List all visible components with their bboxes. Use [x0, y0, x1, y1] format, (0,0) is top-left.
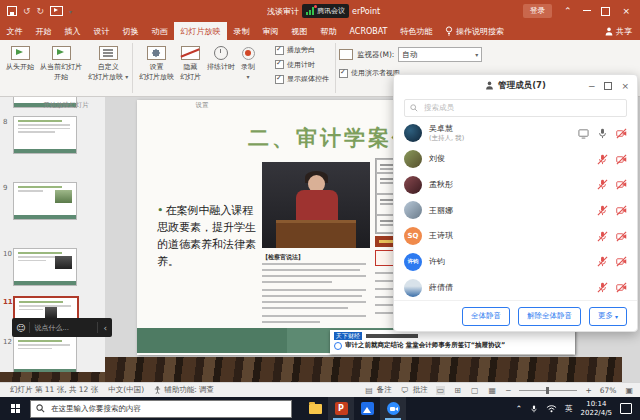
mute-all-button[interactable]: 全体静音 [462, 307, 510, 326]
accessibility-status[interactable]: 辅助功能: 调查 [154, 385, 214, 395]
narration-checkbox[interactable]: 播放旁白 [275, 45, 329, 55]
tencent-meeting-icon[interactable] [380, 397, 406, 420]
fit-to-window-button[interactable]: ▣ [624, 386, 634, 395]
camera-off-icon[interactable] [616, 205, 627, 216]
login-button[interactable]: 登录 [523, 4, 552, 18]
slide-thumbnail-12[interactable] [13, 336, 77, 374]
start-button[interactable] [0, 397, 30, 420]
undo-icon[interactable]: ↺ [23, 6, 31, 16]
from-current-slide-button[interactable]: 从当前幻灯片 开始 [37, 43, 85, 84]
qat-dropdown-icon[interactable]: ▾ [69, 8, 72, 15]
slide-bullet-text[interactable]: •在案例中融入课程思政要素，提升学生的道德素养和法律素养。 [157, 202, 263, 270]
save-icon[interactable] [7, 6, 17, 16]
panel-minimize-button[interactable]: − [588, 81, 596, 91]
member-search-input[interactable] [422, 102, 621, 113]
comments-button[interactable]: 🗩批注 [400, 385, 428, 395]
meeting-floating-widget[interactable]: 腾讯会议 [302, 4, 349, 18]
panel-maximize-button[interactable] [604, 82, 612, 90]
wifi-icon[interactable] [546, 404, 557, 413]
minimize-button[interactable] [583, 10, 591, 11]
tab-transitions[interactable]: 切换 [116, 22, 145, 40]
language-button[interactable]: 中文(中国) [108, 385, 144, 395]
tab-acrobat[interactable]: ACROBAT [343, 22, 394, 40]
mic-off-icon[interactable] [597, 179, 608, 190]
tab-design[interactable]: 设计 [87, 22, 116, 40]
redo-icon[interactable]: ↻ [37, 6, 45, 16]
mic-off-icon[interactable] [597, 205, 608, 216]
member-search-box[interactable] [404, 99, 627, 117]
camera-off-icon[interactable] [616, 179, 627, 190]
panel-close-button[interactable]: × [621, 81, 629, 91]
tab-review[interactable]: 审阅 [256, 22, 285, 40]
camera-off-icon[interactable] [616, 128, 627, 139]
tab-help[interactable]: 帮助 [314, 22, 343, 40]
tab-file[interactable]: 文件 [0, 22, 29, 40]
more-button[interactable]: 更多▾ [589, 307, 627, 326]
notification-center-button[interactable] [620, 403, 632, 414]
tab-view[interactable]: 视图 [285, 22, 314, 40]
slide-thumbnail-10[interactable] [13, 248, 77, 286]
ribbon-display-button[interactable]: ⌃ [562, 7, 574, 16]
member-row[interactable]: 王丽娜 [394, 198, 637, 224]
from-beginning-button[interactable]: 从头开始 [3, 43, 37, 73]
powerpoint-icon[interactable]: P [328, 397, 354, 420]
slideshow-view-button[interactable]: ▦ [488, 386, 498, 395]
member-row[interactable]: 许钧 许钧 [394, 249, 637, 275]
tab-slideshow[interactable]: 幻灯片放映 [174, 22, 227, 40]
member-row[interactable]: 刘俊 [394, 146, 637, 172]
notes-button[interactable]: ▤备注 [364, 385, 392, 395]
reading-view-button[interactable]: ▢ [470, 386, 480, 395]
emoji-icon[interactable]: ☺ [16, 323, 25, 333]
slideshow-icon[interactable] [50, 6, 63, 16]
member-row[interactable]: 孟秋彤 [394, 172, 637, 198]
camera-off-icon[interactable] [616, 154, 627, 165]
tab-insert[interactable]: 插入 [58, 22, 87, 40]
media-controls-checkbox[interactable]: 显示媒体控件 [275, 74, 329, 84]
member-row[interactable]: 吴卓慧(主持人, 我) [394, 121, 637, 147]
tab-home[interactable]: 开始 [29, 22, 58, 40]
tray-mic-icon[interactable] [530, 404, 538, 414]
tab-record[interactable]: 录制 [227, 22, 256, 40]
ime-indicator[interactable]: 英 [565, 404, 573, 414]
camera-off-icon[interactable] [616, 282, 627, 293]
maximize-button[interactable] [601, 7, 610, 16]
share-button[interactable]: 共享 [597, 22, 640, 40]
zoom-slider[interactable] [519, 390, 577, 391]
hide-slide-button[interactable]: 隐藏 幻灯片 [177, 43, 204, 84]
zoom-slider-thumb[interactable] [546, 387, 549, 394]
slide-thumbnail-9[interactable] [13, 182, 77, 220]
taskbar-search[interactable] [30, 400, 292, 418]
unmute-all-button[interactable]: 解除全体静音 [518, 307, 581, 326]
mic-off-icon[interactable] [597, 231, 608, 242]
member-row[interactable]: SQ 王诗琪 [394, 223, 637, 249]
clock[interactable]: 10:14 2022/4/5 [581, 400, 612, 418]
tab-animations[interactable]: 动画 [145, 22, 174, 40]
slide-video-frame[interactable] [262, 162, 370, 248]
timings-checkbox[interactable]: 使用计时 [275, 60, 329, 70]
rehearse-timings-button[interactable]: 排练计时 [204, 43, 238, 73]
zoom-in-button[interactable]: + [585, 386, 591, 395]
camera-off-icon[interactable] [616, 231, 627, 242]
mic-off-icon[interactable] [597, 282, 608, 293]
tray-expand-icon[interactable]: ⌃ [516, 404, 522, 413]
mic-off-icon[interactable] [597, 154, 608, 165]
close-button[interactable]: × [620, 7, 632, 16]
zoom-percentage[interactable]: 67% [600, 386, 617, 395]
monitor-dropdown[interactable]: 自动▾ [398, 47, 482, 62]
normal-view-button[interactable]: ▭ [436, 386, 446, 395]
camera-off-icon[interactable] [616, 256, 627, 267]
tab-features[interactable]: 特色功能 [394, 22, 439, 40]
record-button[interactable]: 录制 ▾ [238, 43, 258, 83]
photos-icon[interactable] [354, 397, 380, 420]
tell-me-search[interactable]: 操作说明搜索 [439, 22, 510, 40]
file-explorer-icon[interactable] [302, 397, 328, 420]
chat-input[interactable]: 说点什么... [30, 323, 97, 333]
collapse-icon[interactable]: ‹ [103, 323, 107, 333]
mic-icon[interactable] [597, 128, 608, 139]
meeting-chat-widget[interactable]: ☺ 说点什么... ‹ [12, 318, 112, 337]
mic-off-icon[interactable] [597, 256, 608, 267]
slide-sorter-view-button[interactable]: ⊞ [453, 386, 462, 395]
taskbar-search-input[interactable] [49, 403, 286, 414]
screen-share-icon[interactable] [578, 128, 589, 139]
setup-slideshow-button[interactable]: 设置 幻灯片放映 [136, 43, 177, 84]
